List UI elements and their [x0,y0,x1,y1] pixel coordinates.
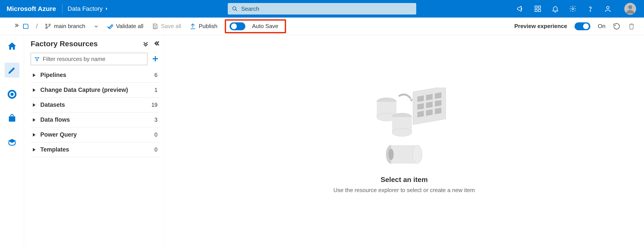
azure-header: Microsoft Azure Data Factory [0,0,644,18]
bell-icon[interactable] [552,5,559,13]
collapse-panel-icon[interactable] [153,40,159,47]
caret-right-icon [32,73,36,77]
help-icon[interactable] [586,5,594,13]
toolbar: / main branch Validate all Save all Publ… [0,18,644,35]
svg-point-35 [412,145,422,164]
rail-home[interactable] [4,39,20,54]
filter-input-wrap[interactable] [31,53,148,65]
svg-rect-20 [435,92,442,99]
validate-all-button[interactable]: Validate all [104,22,146,31]
svg-rect-24 [417,111,424,117]
resource-name: Templates [40,146,151,153]
resource-row[interactable]: Templates 0 [31,142,159,157]
add-resource-button[interactable] [151,55,159,63]
resource-name: Data flows [40,116,151,123]
resource-row[interactable]: Data flows 3 [31,112,159,127]
rail-learn[interactable] [4,135,20,150]
refresh-icon[interactable] [613,23,620,30]
svg-point-0 [233,7,236,10]
svg-rect-4 [535,10,537,12]
filter-input[interactable] [43,56,144,63]
auto-save-label: Auto Save [252,23,278,30]
svg-rect-18 [417,95,424,102]
rail-monitor[interactable] [4,87,20,102]
resource-count: 19 [151,102,158,108]
chevron-right-icon [105,7,108,11]
branch-dropdown[interactable]: main branch [42,22,101,31]
resource-row[interactable]: Change Data Capture (preview) 1 [31,83,159,98]
resource-row[interactable]: Power Query 0 [31,127,159,142]
svg-point-10 [46,24,47,25]
svg-rect-23 [435,100,442,107]
svg-point-15 [10,93,14,96]
search-icon [232,6,238,12]
gear-icon[interactable] [569,5,576,13]
svg-point-36 [388,149,394,160]
resource-count: 0 [151,146,158,153]
svg-point-32 [392,128,412,136]
preview-toggle[interactable] [574,22,590,30]
svg-line-1 [236,10,237,11]
breadcrumb-label: Data Factory [68,5,103,12]
resource-count: 3 [151,117,158,123]
resource-row[interactable]: Datasets 19 [31,98,159,112]
brand[interactable]: Microsoft Azure [6,5,62,13]
search-container [228,3,416,15]
svg-point-7 [590,11,591,12]
avatar[interactable] [624,3,636,15]
left-rail [0,35,24,246]
resource-name: Power Query [40,131,151,138]
svg-rect-3 [538,6,540,8]
directory-icon[interactable] [534,5,542,13]
svg-point-6 [572,8,574,10]
resource-list: Pipelines 6 Change Data Capture (preview… [31,68,159,157]
auto-save-highlight: Auto Save [225,19,286,33]
header-actions [516,3,640,15]
svg-point-11 [46,27,47,29]
chevron-down-icon [94,24,98,29]
empty-state: Select an item Use the resource explorer… [334,88,475,194]
publish-button[interactable]: Publish [187,22,220,31]
svg-rect-22 [426,102,432,108]
empty-art-icon [358,88,450,171]
svg-point-9 [628,5,632,9]
resource-row[interactable]: Pipelines 6 [31,68,159,83]
branch-name: main branch [54,23,85,30]
svg-rect-21 [417,103,424,110]
svg-rect-19 [426,94,432,100]
delete-icon[interactable] [628,23,635,30]
caret-right-icon [32,148,36,152]
svg-rect-26 [435,108,442,114]
expand-all-icon[interactable] [142,40,149,47]
svg-point-8 [606,6,609,9]
resource-count: 6 [151,72,158,78]
svg-rect-13 [154,27,156,29]
expand-panel-icon[interactable] [13,22,19,30]
rail-author[interactable] [4,63,20,78]
save-all-label: Save all [161,23,181,30]
panel-title: Factory Resources [31,40,98,48]
empty-subtitle: Use the resource explorer to select or c… [334,187,475,194]
repo-icon[interactable] [22,22,32,31]
auto-save-toggle[interactable] [230,22,245,30]
svg-point-12 [49,24,50,25]
toolbar-right: Preview experience On [514,22,635,30]
preview-experience-label: Preview experience [514,23,567,30]
feedback-icon[interactable] [604,5,612,13]
validate-label: Validate all [116,23,143,30]
caret-right-icon [32,103,36,107]
search-input[interactable] [241,6,412,12]
resource-count: 1 [151,87,158,93]
resource-name: Pipelines [40,72,151,79]
announce-icon[interactable] [516,5,524,13]
body: Factory Resources Pipelines [0,35,644,246]
publish-label: Publish [199,23,217,30]
slash: / [36,23,38,30]
canvas: Select an item Use the resource explorer… [164,35,644,246]
breadcrumb[interactable]: Data Factory [68,5,108,12]
search-box[interactable] [228,3,416,15]
rail-manage[interactable] [4,111,20,126]
caret-right-icon [32,118,36,122]
caret-right-icon [32,133,36,137]
resource-name: Change Data Capture (preview) [40,87,151,93]
